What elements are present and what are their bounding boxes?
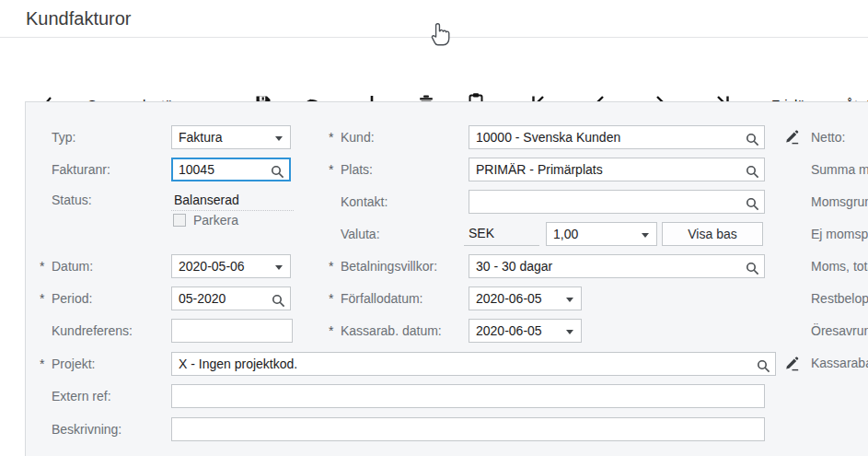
kassarab-datum-label: Kassarab. datum:: [341, 324, 442, 338]
valuta-rate-dropdown-caret[interactable]: [642, 233, 649, 238]
projekt-input[interactable]: X - Ingen projektkod.: [171, 352, 776, 376]
valuta-rate-value: 1,00: [553, 227, 578, 241]
summary-label-oresavrundning: Öresavrundning:: [811, 324, 868, 338]
forfallodatum-value: 2020-06-05: [476, 291, 542, 306]
fakturanr-lookup-icon[interactable]: [271, 164, 284, 178]
status-separator: [171, 210, 294, 211]
betalningsvillkor-required-star: *: [329, 260, 333, 273]
typ-dropdown-caret[interactable]: [275, 136, 283, 141]
status-value: Balanserad: [174, 193, 239, 207]
kund-lookup-icon[interactable]: [746, 131, 759, 145]
period-input[interactable]: 05-2020: [171, 286, 291, 310]
projekt-edit-pencil-icon[interactable]: [784, 356, 800, 371]
kassarab-datum-required-star: *: [329, 324, 333, 337]
projekt-value: X - Ingen projektkod.: [179, 357, 297, 371]
summary-label-kassarabatt: Kassarabatt:: [811, 357, 868, 370]
betalningsvillkor-value: 30 - 30 dagar: [476, 259, 552, 274]
toolbar: Spara och stäng: [0, 38, 868, 91]
datum-required-star: *: [40, 260, 44, 273]
fakturanr-input[interactable]: 10045: [171, 158, 291, 181]
period-required-star: *: [40, 292, 44, 305]
summary-label-moms-totalt: Moms, totalt:: [811, 260, 868, 274]
plats-input[interactable]: PRIMÄR - Primärplats: [469, 158, 765, 181]
beskrivning-input[interactable]: [171, 417, 765, 441]
summary-label-summa-moms: Summa moms:: [811, 163, 868, 177]
valuta-currency-value: SEK: [469, 226, 494, 240]
datum-datepicker[interactable]: 2020-05-06: [171, 254, 291, 278]
kontakt-lookup-icon[interactable]: [746, 195, 759, 209]
fakturanr-value: 10045: [179, 162, 214, 177]
projekt-lookup-icon[interactable]: [757, 357, 770, 371]
plats-label: Plats:: [341, 163, 373, 177]
summary-label-momsgrund: Momsgrundande:: [811, 195, 868, 209]
kund-required-star: *: [329, 131, 333, 144]
summary-label-ej-moms: Ej momspliktigt:: [811, 228, 868, 241]
invoice-summary-panel: Typ: Faktura Fakturanr: 10045 Status: Ba…: [25, 101, 868, 456]
extern-ref-label: Extern ref:: [52, 390, 111, 403]
kundreferens-input[interactable]: [171, 319, 293, 343]
period-lookup-icon[interactable]: [272, 292, 285, 306]
projekt-label: Projekt:: [52, 357, 95, 371]
kassarab-datum-datepicker[interactable]: 2020-06-05: [469, 319, 582, 343]
status-label: Status:: [52, 193, 92, 207]
kassarab-datum-value: 2020-06-05: [476, 323, 542, 338]
datum-value: 2020-05-06: [179, 259, 245, 274]
summary-label-netto: Netto:: [811, 131, 845, 145]
typ-label: Typ:: [52, 131, 75, 145]
kassarab-datum-dropdown-caret[interactable]: [566, 330, 573, 334]
valuta-rate-select[interactable]: 1,00: [546, 222, 657, 246]
kund-input[interactable]: 10000 - Svenska Kunden: [469, 125, 765, 149]
typ-select[interactable]: Faktura: [171, 125, 291, 149]
beskrivning-label: Beskrivning:: [52, 423, 122, 437]
datum-label: Datum:: [52, 260, 93, 274]
forfallodatum-datepicker[interactable]: 2020-06-05: [469, 286, 582, 310]
forfallodatum-label: Förfallodatum:: [341, 292, 422, 306]
betalningsvillkor-label: Betalningsvillkor:: [341, 260, 437, 274]
summary-label-restbelopp: Restbelopp:: [811, 292, 868, 306]
parkera-label: Parkera: [193, 214, 238, 228]
forfallodatum-dropdown-caret[interactable]: [566, 298, 573, 302]
betalningsvillkor-input[interactable]: 30 - 30 dagar: [469, 254, 765, 278]
plats-required-star: *: [329, 163, 333, 176]
period-label: Period:: [52, 292, 92, 306]
plats-lookup-icon[interactable]: [746, 163, 759, 177]
plats-value: PRIMÄR - Primärplats: [476, 162, 603, 177]
valuta-label: Valuta:: [341, 228, 380, 241]
kund-label: Kund:: [341, 131, 375, 145]
kontakt-label: Kontakt:: [341, 195, 388, 209]
kundreferens-label: Kundreferens:: [52, 324, 133, 338]
valuta-currency-field[interactable]: SEK: [464, 222, 539, 246]
fakturanr-label: Fakturanr:: [52, 163, 110, 177]
extern-ref-input[interactable]: [171, 384, 765, 408]
datum-dropdown-caret[interactable]: [275, 265, 283, 270]
projekt-required-star: *: [40, 357, 44, 370]
kontakt-input[interactable]: [469, 190, 765, 214]
visa-bas-button[interactable]: Visa bas: [662, 222, 763, 246]
period-value: 05-2020: [179, 291, 226, 306]
kund-value: 10000 - Svenska Kunden: [476, 130, 620, 145]
page-title: Kundfakturor: [26, 8, 132, 29]
betalningsvillkor-lookup-icon[interactable]: [746, 260, 759, 274]
typ-value: Faktura: [179, 130, 222, 145]
forfallodatum-required-star: *: [329, 292, 333, 305]
kund-edit-pencil-icon[interactable]: [784, 129, 800, 145]
parkera-checkbox[interactable]: [173, 214, 186, 227]
